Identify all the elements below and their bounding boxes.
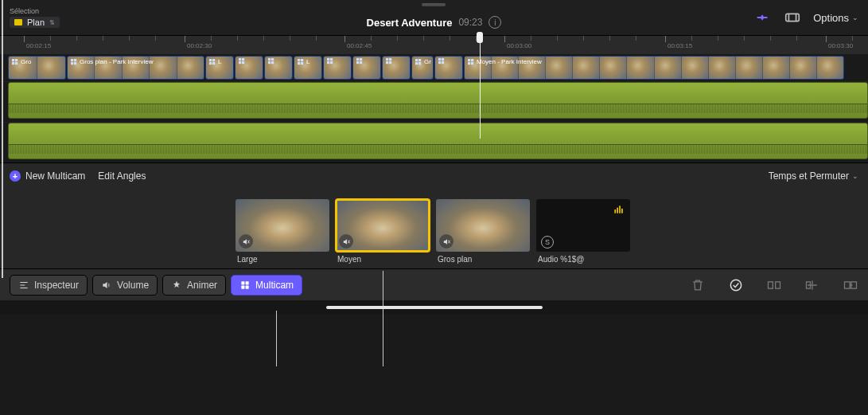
- animate-label: Animer: [187, 280, 217, 291]
- svg-rect-36: [389, 61, 391, 64]
- ruler-tick-label: 00:02:30: [187, 42, 212, 49]
- inspector-label: Inspecteur: [34, 280, 79, 291]
- timeline-clip[interactable]: L: [294, 56, 322, 80]
- volume-tab[interactable]: Volume: [92, 275, 158, 296]
- audio-track-1[interactable]: [0, 82, 868, 122]
- svg-rect-56: [246, 285, 249, 288]
- svg-rect-0: [786, 14, 800, 21]
- multicam-mode-label: Temps et Permuter: [769, 170, 849, 182]
- multicam-clip-icon: [268, 58, 274, 64]
- timeline-clip[interactable]: Gr: [411, 56, 434, 80]
- bottom-toolbar: Inspecteur Volume Animer Multicam: [0, 268, 868, 300]
- mute-icon[interactable]: [439, 234, 453, 249]
- project-duration: 09:23: [458, 17, 482, 28]
- svg-rect-10: [212, 59, 215, 61]
- info-icon[interactable]: i: [488, 16, 501, 29]
- mute-icon[interactable]: [339, 234, 353, 249]
- angle-audio-%1$@[interactable]: SAudio %1$@: [536, 199, 630, 264]
- new-multicam-label: New Multicam: [25, 170, 85, 182]
- timeline-clip[interactable]: [434, 56, 463, 80]
- magnetic-timeline-icon[interactable]: [754, 9, 772, 26]
- scrub-bar[interactable]: [0, 300, 868, 315]
- svg-rect-51: [619, 206, 621, 213]
- angle-moyen[interactable]: Moyen: [336, 199, 430, 264]
- approve-icon[interactable]: [728, 277, 744, 293]
- svg-rect-7: [71, 62, 73, 65]
- svg-rect-58: [769, 281, 773, 288]
- timeline-clip[interactable]: [235, 56, 263, 80]
- svg-rect-18: [271, 58, 274, 61]
- svg-rect-5: [71, 59, 73, 61]
- angle-label: Large: [235, 255, 329, 264]
- panel-drag-handle[interactable]: [422, 3, 446, 6]
- timeline-clip[interactable]: Gros plan - Park Interview: [67, 56, 204, 80]
- animate-tab[interactable]: Animer: [162, 275, 226, 296]
- svg-rect-8: [74, 62, 76, 65]
- angle-large[interactable]: Large: [235, 199, 329, 264]
- multicam-mode-menu[interactable]: Temps et Permuter ⌄: [769, 170, 858, 182]
- title-group: Desert Adventure 09:23 i: [367, 3, 502, 29]
- split-icon[interactable]: [766, 277, 782, 293]
- svg-rect-20: [271, 61, 274, 64]
- timeline-clip[interactable]: Gro: [8, 56, 66, 80]
- tracks: GroGros plan - Park InterviewLLGrMoyen -…: [0, 54, 868, 162]
- trash-icon[interactable]: [690, 277, 706, 293]
- skimming-icon[interactable]: [783, 9, 802, 26]
- angle-gros-plan[interactable]: Gros plan: [436, 199, 530, 264]
- svg-rect-23: [298, 62, 300, 65]
- svg-rect-42: [442, 58, 444, 61]
- svg-rect-54: [246, 281, 249, 284]
- svg-rect-24: [301, 62, 303, 65]
- timeline-clip[interactable]: [352, 56, 381, 80]
- edit-angles-button[interactable]: Edit Angles: [98, 170, 146, 182]
- multicam-clip-icon: [209, 59, 216, 65]
- ruler-tick-label: 00:02:15: [26, 42, 51, 49]
- volume-label: Volume: [117, 280, 149, 291]
- svg-rect-31: [356, 61, 359, 64]
- callout-line: [383, 271, 383, 366]
- timeline-clip[interactable]: L: [205, 56, 234, 80]
- inspector-tab[interactable]: Inspecteur: [10, 275, 88, 296]
- svg-rect-29: [356, 58, 359, 61]
- timeline-clip[interactable]: [382, 56, 411, 80]
- multicam-clip-icon: [71, 59, 77, 65]
- selection-group: Sélection Plan ⇅: [10, 7, 121, 28]
- svg-rect-15: [239, 61, 241, 64]
- clip-label-text: Gro: [21, 58, 31, 65]
- svg-rect-50: [617, 208, 618, 213]
- timeline-clip[interactable]: [264, 56, 293, 80]
- video-track[interactable]: GroGros plan - Park InterviewLLGrMoyen -…: [0, 54, 868, 81]
- svg-rect-44: [442, 61, 444, 64]
- insert-icon[interactable]: [804, 277, 820, 293]
- svg-rect-3: [12, 62, 14, 65]
- timeline-clip[interactable]: Moyen - Park Interview: [464, 56, 844, 80]
- new-multicam-button[interactable]: + New Multicam: [10, 170, 85, 182]
- clip-label-text: L: [306, 58, 309, 65]
- svg-rect-46: [471, 59, 473, 61]
- timeline-clip[interactable]: [323, 56, 352, 80]
- time-ruler[interactable]: 00:02:1500:02:3000:02:4500:03:0000:03:15…: [0, 35, 868, 54]
- tool-icons: [690, 277, 858, 293]
- svg-rect-52: [621, 209, 623, 213]
- audio-bars-icon: [613, 204, 624, 218]
- options-menu[interactable]: Options ⌄: [813, 12, 858, 24]
- ruler-tick-label: 00:02:45: [347, 42, 372, 49]
- svg-rect-30: [360, 58, 362, 61]
- audio-track-2[interactable]: [0, 123, 868, 162]
- svg-rect-16: [242, 61, 244, 64]
- svg-rect-28: [330, 61, 333, 64]
- callout-line: [2, 0, 3, 188]
- overwrite-icon[interactable]: [843, 277, 858, 293]
- multicam-tab[interactable]: Multicam: [231, 275, 302, 296]
- svg-rect-19: [268, 61, 271, 64]
- mute-icon[interactable]: [239, 234, 253, 249]
- svg-rect-34: [389, 58, 391, 61]
- plan-dropdown[interactable]: Plan ⇅: [10, 17, 60, 28]
- svg-rect-11: [209, 62, 212, 65]
- multicam-clip-icon: [298, 59, 304, 65]
- scrub-thumb[interactable]: [326, 306, 543, 309]
- plan-label: Plan: [27, 18, 45, 27]
- options-label: Options: [813, 12, 849, 24]
- svg-rect-26: [330, 58, 333, 61]
- svg-rect-1: [12, 59, 14, 61]
